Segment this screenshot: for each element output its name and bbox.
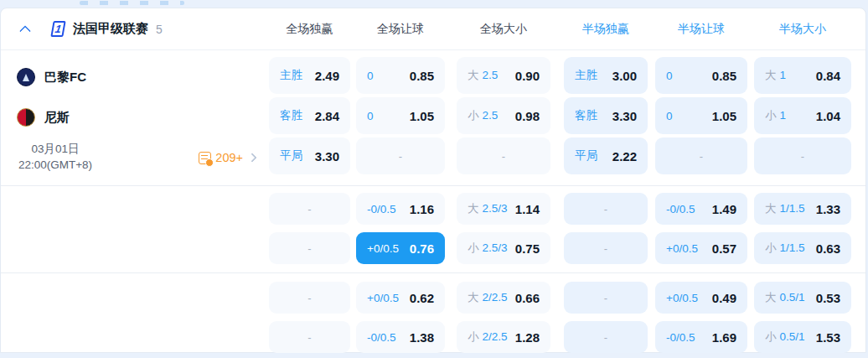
column-header-halftime-ou: 半场大小: [754, 22, 851, 37]
odds-row: -+0/0.50.62大2/2.50.66-+0/0.50.49大0.5/10.…: [269, 282, 865, 314]
more-markets-count: 209+: [215, 151, 243, 164]
odds-cell[interactable]: 00.85: [655, 57, 747, 94]
odds-line-label: 平局: [280, 148, 302, 163]
odds-cell[interactable]: -0/0.51.16: [356, 193, 445, 225]
empty-dash: -: [604, 331, 607, 344]
away-team-name: 尼斯: [44, 110, 70, 126]
odds-cell[interactable]: 主胜3.00: [564, 57, 648, 94]
odds-cell[interactable]: 01.05: [655, 97, 747, 134]
odds-value: 0.53: [816, 291, 840, 305]
odds-line-label: +0/0.5: [367, 292, 399, 304]
odds-line-label: 0.5/1: [780, 291, 805, 304]
odds-cell[interactable]: 平局2.22: [564, 137, 648, 174]
odds-line-label: 0: [666, 110, 673, 122]
odds-cell[interactable]: 小2.50.98: [457, 97, 550, 134]
odds-cell[interactable]: 小2.5/30.75: [457, 232, 550, 264]
empty-dash: -: [307, 331, 311, 344]
odds-cell[interactable]: 大2.5/31.14: [457, 193, 550, 225]
odds-value: 0.62: [410, 291, 434, 305]
main-odds-block: 巴黎FC 尼斯 03月01日 22:00(GMT+8) 209+ 主胜2.490…: [1, 50, 865, 186]
home-team-badge-icon: [17, 68, 35, 86]
odds-line-label: +0/0.5: [367, 242, 399, 255]
odds-value: 3.00: [612, 69, 637, 83]
odds-cell[interactable]: +0/0.50.49: [655, 282, 747, 314]
column-header-halftime-1x2: 半场独赢: [564, 22, 648, 37]
odds-value: 1.49: [712, 202, 736, 216]
odds-cell[interactable]: +0/0.50.62: [356, 282, 445, 314]
empty-dash: -: [604, 292, 607, 304]
league-name[interactable]: 法国甲级联赛: [73, 21, 148, 37]
odds-row: 主胜2.4900.85大2.50.90主胜3.0000.85大10.84: [269, 57, 865, 94]
away-team-row[interactable]: 尼斯: [1, 97, 269, 137]
empty-dash: -: [307, 242, 311, 255]
match-info-column: 巴黎FC 尼斯 03月01日 22:00(GMT+8) 209+: [1, 50, 269, 185]
odds-cell[interactable]: 小1/1.50.63: [754, 232, 851, 264]
odds-value: 0.49: [712, 291, 736, 305]
odds-cell[interactable]: 小11.04: [754, 97, 851, 134]
column-header-fulltime-ou: 全场大小: [457, 22, 550, 37]
handicap-ou-block-1: --0/0.51.16大2.5/31.14--0/0.51.49大1/1.51.…: [1, 186, 865, 273]
more-markets-link[interactable]: 209+: [199, 151, 256, 164]
odds-cell[interactable]: 主胜2.49: [269, 57, 350, 94]
empty-dash: -: [502, 150, 505, 163]
odds-cell-empty: -: [269, 321, 350, 353]
odds-value: 1.04: [816, 109, 840, 123]
home-team-row[interactable]: 巴黎FC: [1, 57, 269, 97]
odds-value: 0.75: [515, 241, 540, 256]
empty-dash: -: [307, 292, 311, 304]
odds-value: 0.63: [816, 241, 840, 256]
ou-direction-label: 小: [765, 108, 777, 123]
ou-direction-label: 大: [765, 290, 777, 305]
ou-direction-label: 小: [468, 108, 479, 123]
odds-cell[interactable]: 01.05: [356, 97, 445, 134]
odds-cell-empty: -: [356, 137, 445, 174]
league-header-row: 1 法国甲级联赛 5 全场独赢全场让球全场大小半场独赢半场让球半场大小: [1, 8, 865, 50]
odds-value: 1.69: [712, 330, 736, 345]
odds-cell-empty: -: [564, 193, 648, 225]
market-column-headers: 全场独赢全场让球全场大小半场独赢半场让球半场大小: [269, 22, 865, 37]
cropped-ui-strip: [80, 1, 184, 5]
collapse-chevron-up-icon[interactable]: [19, 24, 31, 36]
handicap-ou-odds-1: --0/0.51.16大2.5/31.14--0/0.51.49大1/1.51.…: [269, 186, 865, 272]
odds-line-label: 0: [367, 110, 374, 122]
odds-cell[interactable]: 小2/2.51.28: [457, 321, 550, 353]
odds-cell[interactable]: 大2/2.50.66: [457, 282, 550, 314]
ou-direction-label: 大: [468, 201, 479, 216]
odds-cell[interactable]: 平局3.30: [269, 137, 350, 174]
ligue1-league-icon: 1: [50, 21, 65, 37]
odds-cell[interactable]: 00.85: [356, 57, 445, 94]
odds-cell[interactable]: +0/0.50.57: [655, 232, 747, 264]
odds-cell[interactable]: -0/0.51.38: [356, 321, 445, 353]
odds-value: 3.30: [612, 109, 637, 123]
odds-value: 1.33: [816, 202, 840, 216]
odds-cell-selected[interactable]: +0/0.50.76: [356, 232, 445, 264]
odds-value: 0.66: [515, 291, 540, 305]
odds-cell-empty: -: [269, 282, 350, 314]
ou-direction-label: 大: [765, 201, 777, 216]
odds-line-label: 2/2.5: [483, 291, 508, 304]
odds-line-label: +0/0.5: [666, 292, 698, 304]
odds-line-label: 客胜: [575, 108, 597, 123]
odds-cell-empty: -: [754, 137, 851, 174]
ou-direction-label: 大: [468, 290, 479, 305]
odds-cell[interactable]: 大0.5/10.53: [754, 282, 851, 314]
odds-value: 1.16: [410, 202, 434, 216]
odds-cell[interactable]: 小0.5/11.53: [754, 321, 851, 353]
odds-row: -+0/0.50.76小2.5/30.75-+0/0.50.57小1/1.50.…: [269, 232, 865, 264]
odds-line-label: 1: [780, 69, 787, 81]
odds-cell[interactable]: 大10.84: [754, 57, 851, 94]
empty-dash: -: [700, 150, 703, 163]
odds-cell[interactable]: 大2.50.90: [457, 57, 550, 94]
odds-cell-empty: -: [564, 321, 648, 353]
odds-cell[interactable]: -0/0.51.49: [655, 193, 747, 225]
odds-line-label: 1/1.5: [780, 241, 805, 254]
odds-cell[interactable]: -0/0.51.69: [655, 321, 747, 353]
handicap-ou-block-2: -+0/0.50.62大2/2.50.66-+0/0.50.49大0.5/10.…: [1, 273, 865, 356]
odds-cell[interactable]: 大1/1.51.33: [754, 193, 851, 225]
odds-cell[interactable]: 客胜3.30: [564, 97, 648, 134]
odds-cell[interactable]: 客胜2.84: [269, 97, 350, 134]
odds-line-label: 1: [780, 109, 787, 122]
empty-dash: -: [399, 150, 402, 163]
odds-line-label: 2.5/3: [483, 241, 508, 254]
odds-value: 0.84: [816, 69, 840, 83]
